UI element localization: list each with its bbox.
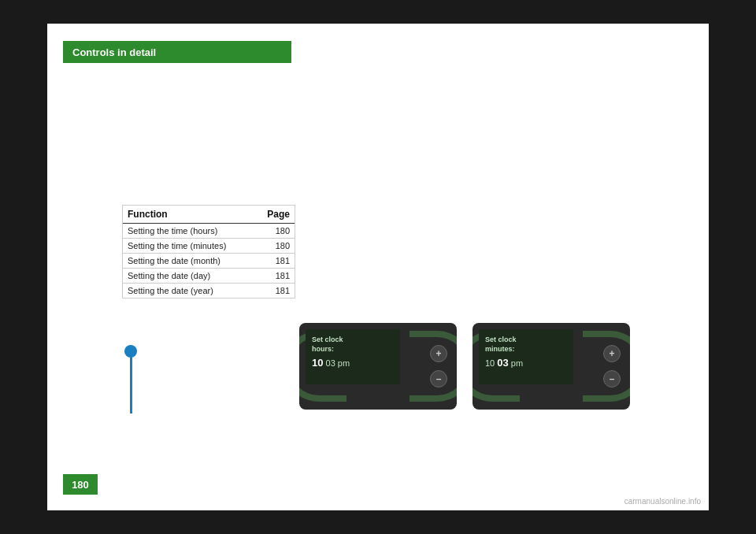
display-right: Set clock minutes: 10 03 pm	[479, 329, 573, 384]
table-row: Setting the date (year) 181	[123, 284, 295, 298]
display-value-right: 10 03 pm	[485, 357, 567, 369]
table-row: Setting the time (minutes) 180	[123, 239, 295, 254]
row-function-5: Setting the date (year)	[128, 286, 258, 295]
table-row: Setting the date (month) 181	[123, 254, 295, 269]
col-header-function: Function	[128, 209, 258, 220]
display-value-left: 10 03 pm	[312, 357, 394, 369]
row-function-4: Setting the date (day)	[128, 271, 258, 280]
table-row: Setting the date (day) 181	[123, 269, 295, 284]
display-title-right: Set clock minutes:	[485, 336, 567, 354]
header-bar: Controls in detail	[63, 41, 291, 63]
row-page-2: 180	[258, 241, 290, 250]
header-label: Controls in detail	[72, 46, 156, 58]
row-function-2: Setting the time (minutes)	[128, 241, 258, 250]
dashboard-panel-right: Set clock minutes: 10 03 pm + –	[472, 323, 630, 410]
display-title-left: Set clock hours:	[312, 336, 394, 354]
display-left: Set clock hours: 10 03 pm	[306, 329, 400, 384]
dashboard-panel-left: Set clock hours: 10 03 pm + –	[299, 323, 457, 410]
table-row: Setting the time (hours) 180	[123, 224, 295, 239]
row-page-3: 181	[258, 256, 290, 265]
vertical-line-marker	[130, 350, 132, 413]
gauge-arc-right-left-panel	[410, 331, 457, 402]
table-header-row: Function Page	[123, 206, 295, 224]
row-page-1: 180	[258, 226, 290, 235]
row-function-3: Setting the date (month)	[128, 256, 258, 265]
gauge-arc-right-right-panel	[583, 331, 630, 402]
page-number: 180	[72, 479, 89, 491]
function-table: Function Page Setting the time (hours) 1…	[122, 205, 295, 299]
row-page-4: 181	[258, 271, 290, 280]
page-number-box: 180	[63, 474, 98, 495]
row-function-1: Setting the time (hours)	[128, 226, 258, 235]
col-header-page: Page	[258, 209, 290, 220]
watermark: carmanualsonline.info	[624, 497, 701, 506]
row-page-5: 181	[258, 286, 290, 295]
